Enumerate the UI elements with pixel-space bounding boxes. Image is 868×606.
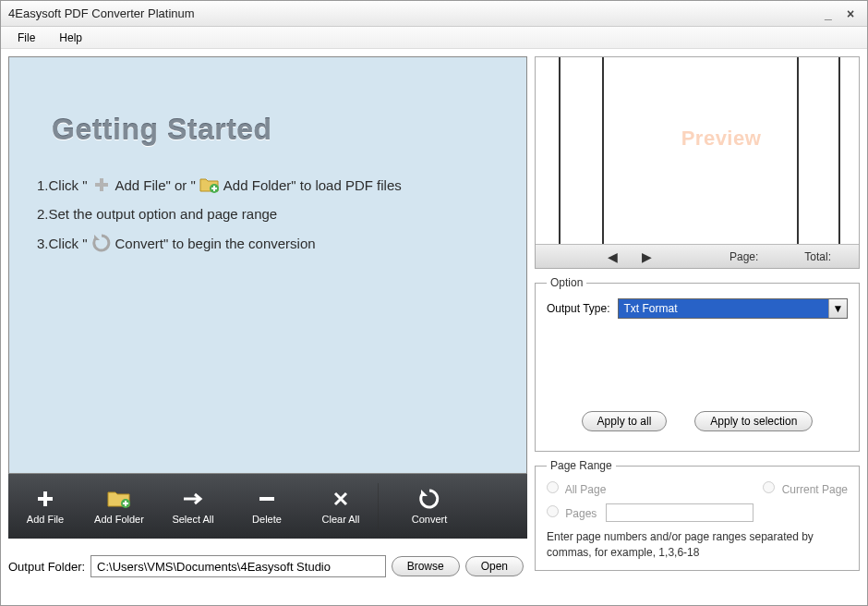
browse-button[interactable]: Browse: [392, 556, 460, 576]
minimize-button[interactable]: _: [825, 7, 838, 20]
minus-icon: [254, 488, 280, 510]
select-all-button[interactable]: Select All: [156, 474, 230, 539]
x-icon: [328, 488, 354, 510]
window-title: 4Easysoft PDF Converter Platinum: [8, 6, 825, 20]
page-label: Page:: [729, 250, 758, 263]
app-window: 4Easysoft PDF Converter Platinum _ × Fil…: [0, 0, 868, 606]
current-page-radio[interactable]: Current Page: [763, 481, 848, 496]
output-folder-label: Output Folder:: [8, 560, 85, 574]
chevron-down-icon: ▼: [828, 299, 847, 318]
next-page-button[interactable]: ▶: [634, 249, 659, 264]
plus-icon: [32, 488, 58, 510]
menu-help[interactable]: Help: [52, 28, 99, 48]
toolbar-label: Add File: [27, 514, 64, 525]
svg-rect-9: [123, 503, 128, 504]
gs-step-1: 1.Click " Add File" or " Add Folder" to …: [37, 175, 510, 195]
output-folder-input[interactable]: [90, 555, 386, 577]
gs-text: 1.Click ": [37, 177, 88, 193]
open-button[interactable]: Open: [465, 556, 524, 576]
add-folder-button[interactable]: Add Folder: [82, 474, 156, 539]
toolbar-label: Clear All: [322, 514, 360, 525]
preview-pages: Preview: [536, 57, 859, 244]
preview-panel: Preview ◀ ▶ Page: Total:: [535, 56, 860, 269]
left-column: Getting Started 1.Click " Add File" or "…: [8, 56, 527, 587]
clear-all-button[interactable]: Clear All: [304, 474, 378, 539]
apply-to-selection-button[interactable]: Apply to selection: [694, 411, 813, 431]
svg-rect-6: [38, 497, 53, 501]
convert-icon: [91, 233, 112, 253]
preview-divider: [838, 57, 840, 244]
getting-started-panel: Getting Started 1.Click " Add File" or "…: [8, 56, 527, 474]
preview-watermark: Preview: [681, 127, 762, 151]
option-fieldset: Option Output Type: Txt Format ▼ Apply t…: [535, 276, 860, 452]
gs-step-2: 2.Set the output option and page range: [37, 206, 510, 222]
preview-divider: [797, 57, 799, 244]
menubar: File Help: [1, 27, 867, 49]
close-button[interactable]: ×: [847, 7, 860, 20]
gs-text: Add Folder" to load PDF files: [223, 177, 402, 193]
apply-to-all-button[interactable]: Apply to all: [582, 411, 668, 431]
add-file-button[interactable]: Add File: [8, 474, 82, 539]
gs-text: Add File" or ": [115, 177, 196, 193]
getting-started-title: Getting Started: [52, 113, 510, 147]
toolbar-label: Add Folder: [94, 514, 144, 525]
folder-plus-icon: [199, 175, 220, 195]
all-page-label: All Page: [565, 483, 607, 496]
svg-rect-10: [259, 497, 274, 501]
page-range-fieldset: Page Range All Page Current Page Pages: [535, 459, 860, 571]
delete-button[interactable]: Delete: [230, 474, 304, 539]
svg-rect-1: [95, 183, 108, 187]
folder-plus-icon: [106, 488, 132, 510]
toolbar-label: Delete: [252, 514, 282, 525]
convert-button[interactable]: Convert: [379, 474, 480, 539]
all-page-radio[interactable]: All Page: [547, 481, 753, 496]
preview-nav: ◀ ▶ Page: Total:: [536, 244, 859, 268]
gs-step-3: 3.Click " Convert" to begin the conversi…: [37, 233, 510, 253]
prev-page-button[interactable]: ◀: [600, 249, 625, 264]
pages-radio[interactable]: Pages: [547, 505, 597, 520]
arrow-right-icon: [180, 488, 206, 510]
svg-rect-4: [211, 188, 217, 189]
gs-text: 3.Click ": [37, 236, 88, 251]
option-legend: Option: [547, 276, 586, 289]
page-range-legend: Page Range: [547, 459, 616, 472]
page-range-hint: Enter page numbers and/or page ranges se…: [547, 529, 848, 561]
window-controls: _ ×: [825, 7, 860, 20]
output-type-value: Txt Format: [619, 299, 829, 318]
output-type-label: Output Type:: [547, 302, 610, 315]
current-page-label: Current Page: [782, 483, 848, 496]
gs-text: Convert" to begin the conversion: [115, 236, 316, 251]
preview-divider: [559, 57, 561, 244]
output-type-row: Output Type: Txt Format ▼: [547, 298, 848, 319]
menu-file[interactable]: File: [10, 28, 52, 48]
preview-divider: [602, 57, 604, 244]
output-folder-row: Output Folder: Browse Open: [8, 539, 527, 587]
output-type-select[interactable]: Txt Format ▼: [618, 298, 849, 319]
page-range-row-2: Pages: [547, 503, 848, 522]
total-label: Total:: [804, 250, 831, 263]
pages-label: Pages: [565, 507, 597, 520]
right-column: Preview ◀ ▶ Page: Total: Option Output T…: [535, 56, 860, 587]
titlebar: 4Easysoft PDF Converter Platinum _ ×: [1, 1, 867, 27]
page-range-row-1: All Page Current Page: [547, 481, 848, 496]
toolbar: Add File Add Folder Select All: [8, 474, 527, 539]
option-buttons: Apply to all Apply to selection: [547, 411, 848, 431]
content: Getting Started 1.Click " Add File" or "…: [1, 49, 867, 594]
pages-input[interactable]: [606, 503, 753, 522]
convert-icon: [416, 488, 442, 510]
toolbar-label: Convert: [412, 514, 448, 525]
plus-icon: [91, 175, 112, 195]
toolbar-label: Select All: [172, 514, 213, 525]
